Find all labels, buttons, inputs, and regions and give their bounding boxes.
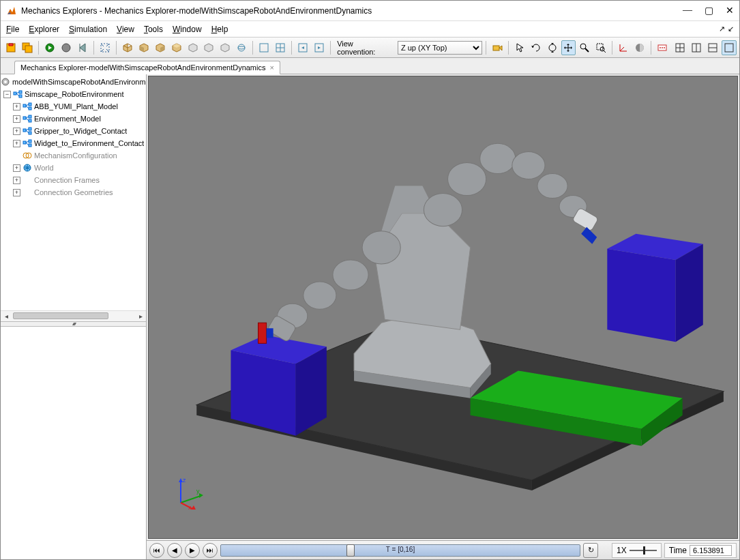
tree-item[interactable]: + Widget_to_Environment_Contact [1, 137, 146, 149]
subsystem-icon [13, 89, 23, 99]
play-icon[interactable]: ▶ [185, 543, 200, 558]
svg-marker-85 [191, 505, 196, 510]
timeline-slider[interactable]: T = [0,16] [220, 544, 580, 557]
fast-restart-icon[interactable] [75, 40, 90, 55]
tile-max-icon[interactable] [722, 40, 737, 55]
tile-2v-icon[interactable] [705, 40, 720, 55]
svg-marker-55 [607, 249, 675, 342]
menu-simulation[interactable]: Simulation [69, 25, 107, 34]
property-pane [1, 327, 146, 560]
explorer-tab[interactable]: Mechanics Explorer-modelWithSimscapeRobo… [14, 61, 280, 74]
skip-start-icon[interactable]: ⏮ [149, 543, 164, 558]
title-bar: Mechanics Explorers - Mechanics Explorer… [1, 1, 739, 21]
tree-item[interactable]: − Simscape_RobotEnvironment [1, 88, 146, 100]
update-all-icon[interactable] [20, 40, 35, 55]
menu-explorer[interactable]: Explorer [29, 25, 59, 34]
time-value[interactable]: 6.153891 [690, 545, 732, 556]
collapse-pane-icon[interactable] [312, 40, 327, 55]
bottom-view-icon[interactable] [218, 40, 233, 55]
dock-icon[interactable]: ↙ [728, 25, 734, 33]
camera-manager-icon[interactable] [490, 40, 505, 55]
expand-icon[interactable]: + [13, 128, 20, 135]
menu-tools[interactable]: Tools [144, 25, 163, 34]
back-view-icon[interactable] [186, 40, 201, 55]
svg-rect-40 [23, 141, 26, 144]
speed-slider[interactable] [630, 550, 657, 551]
tree-item[interactable]: MechanismConfiguration [1, 149, 146, 162]
undock-icon[interactable]: ↗ [719, 25, 725, 33]
tree-item[interactable]: + ABB_YUMI_Plant_Model [1, 100, 146, 113]
update-active-icon[interactable] [3, 40, 18, 55]
svg-marker-77 [581, 227, 597, 244]
tree-item[interactable]: + Connection Frames [1, 174, 146, 186]
tab-close-icon[interactable]: × [269, 63, 273, 72]
frame-icon[interactable] [616, 40, 631, 55]
step-forward-icon[interactable]: ⏭ [203, 543, 218, 558]
roll-icon[interactable] [545, 40, 560, 55]
tree-item[interactable]: + World [1, 162, 146, 174]
playback-bar: ⏮ ◀ ▶ ⏭ T = [0,16] ↻ 1X Time 6.153891 [147, 540, 739, 559]
speed-control[interactable]: 1X [612, 543, 662, 558]
collapse-icon[interactable]: − [3, 91, 11, 98]
3d-viewport[interactable]: z y x [148, 76, 738, 539]
tab-label: Mechanics Explorer-modelWithSimscapeRobo… [20, 63, 265, 72]
expand-icon[interactable]: + [13, 189, 20, 196]
expand-icon[interactable]: + [13, 177, 20, 184]
menu-file[interactable]: File [6, 25, 19, 34]
iso-view-icon[interactable] [120, 40, 135, 55]
expand-icon[interactable]: + [13, 140, 20, 147]
menu-window[interactable]: Window [173, 25, 202, 34]
right-view-icon[interactable] [153, 40, 168, 55]
stop-icon[interactable] [59, 40, 74, 55]
minimize-button[interactable]: — [683, 5, 692, 16]
subsystem-icon [23, 138, 32, 148]
top-view-icon[interactable] [169, 40, 184, 55]
view-convention-select[interactable]: Z up (XY Top) [398, 41, 482, 55]
run-icon[interactable] [42, 40, 57, 55]
svg-point-21 [664, 47, 665, 48]
left-view-icon[interactable] [201, 40, 216, 55]
loop-icon[interactable]: ↻ [583, 543, 598, 558]
tree-item[interactable]: + Environment_Model [1, 113, 146, 125]
svg-rect-30 [19, 95, 22, 98]
tree-scrollbar[interactable]: ◂ ▸ [1, 310, 146, 321]
svg-rect-35 [29, 115, 31, 118]
svg-rect-33 [29, 107, 31, 110]
fit-view-icon[interactable] [98, 40, 113, 55]
expand-icon[interactable]: + [13, 115, 20, 123]
tree-item[interactable]: + Gripper_to_Widget_Contact [1, 125, 146, 137]
tree-item[interactable]: + Connection Geometries [1, 186, 146, 198]
svg-point-63 [362, 231, 400, 264]
perspective-icon[interactable] [234, 40, 249, 55]
expand-icon[interactable]: + [13, 164, 20, 172]
axis-gizmo: z y x [171, 475, 205, 510]
menu-help[interactable]: Help [211, 25, 228, 34]
svg-rect-69 [267, 328, 273, 338]
rotate-icon[interactable] [529, 40, 544, 55]
single-pane-icon[interactable] [256, 40, 271, 55]
svg-line-81 [181, 496, 201, 503]
step-back-icon[interactable]: ◀ [167, 543, 182, 558]
four-pane-icon[interactable] [273, 40, 288, 55]
video-icon[interactable] [655, 40, 670, 55]
tree-root[interactable]: modelWithSimscapeRobotAndEnvironmentDyna… [1, 76, 146, 88]
timeline-knob[interactable] [346, 544, 355, 557]
shading-icon[interactable] [632, 40, 647, 55]
pointer-icon[interactable] [512, 40, 527, 55]
svg-marker-57 [676, 244, 703, 342]
menu-view[interactable]: View [117, 25, 134, 34]
close-button[interactable]: ✕ [726, 5, 734, 16]
zoom-icon[interactable] [577, 40, 592, 55]
expand-pane-icon[interactable] [295, 40, 310, 55]
front-view-icon[interactable] [136, 40, 151, 55]
pan-icon[interactable] [561, 40, 576, 55]
pane-splitter[interactable]: ▴▾ [1, 321, 146, 327]
tile-2h-icon[interactable] [689, 40, 704, 55]
subsystem-icon [23, 114, 32, 123]
zoom-region-icon[interactable] [593, 40, 608, 55]
tile-4-icon[interactable] [672, 40, 687, 55]
model-tree[interactable]: modelWithSimscapeRobotAndEnvironmentDyna… [1, 74, 146, 310]
maximize-button[interactable]: ▢ [705, 5, 713, 16]
expand-icon[interactable]: + [13, 103, 20, 110]
svg-rect-68 [258, 323, 267, 343]
